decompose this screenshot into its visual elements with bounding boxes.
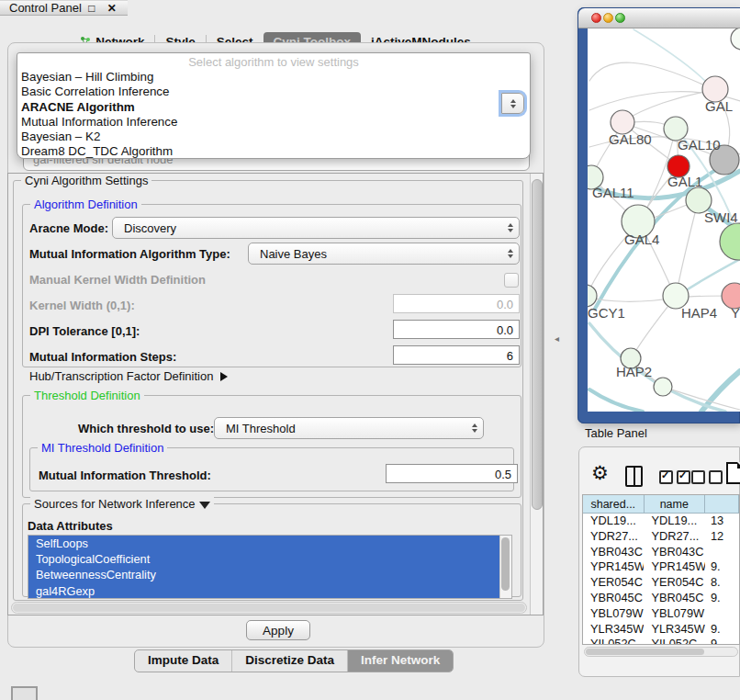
minimize-button[interactable] [603, 13, 613, 23]
network-node-label: GAL1 [667, 174, 702, 189]
network-node-label: GAL4 [624, 231, 659, 247]
node-table: shared... name YDL19... YDL19... 13 YDR2… [582, 494, 740, 645]
mi-type-select[interactable]: Naive Bayes [248, 243, 520, 265]
network-edge [589, 390, 643, 412]
stepper-icon [502, 249, 519, 258]
table-row[interactable]: YBL079W YBL079W [583, 606, 739, 622]
aracne-mode-select[interactable]: Discovery [112, 217, 520, 239]
network-edge [589, 62, 714, 90]
zoom-button[interactable] [615, 13, 625, 23]
network-node-label: HAP2 [616, 364, 652, 379]
algorithm-dropdown-list: Select algorithm to view settings Bayesi… [17, 52, 531, 159]
settings-gear-icon[interactable]: ⚙ [591, 462, 609, 484]
table-row[interactable]: YIL052C YIL052C 9 [583, 637, 739, 645]
dpi-tolerance-label: DPI Tolerance [0,1]: [29, 324, 140, 338]
columns-icon[interactable] [625, 466, 643, 487]
network-node[interactable] [588, 285, 597, 307]
attribute-item[interactable]: gal4RGexp [28, 583, 511, 599]
column-name[interactable]: name [645, 495, 706, 514]
network-edge [633, 29, 714, 90]
which-threshold-select[interactable]: MI Threshold [214, 417, 484, 439]
network-canvas[interactable]: GALGAL80GAL10GAL1GAL11SWI4GAL4GCY1HAP4YH… [588, 28, 740, 412]
network-node[interactable] [654, 378, 672, 396]
network-node-label: Y [731, 305, 740, 321]
table-horizontal-scrollbar[interactable] [584, 647, 738, 657]
algorithm-option[interactable]: ARACNE Algorithm [17, 100, 530, 115]
network-node[interactable] [720, 223, 740, 260]
tab-discretize-data[interactable]: Discretize Data [232, 650, 348, 672]
mi-threshold-field[interactable]: 0.5 [386, 464, 518, 483]
settings-horizontal-scrollbar[interactable] [11, 602, 527, 614]
algorithm-option[interactable]: Bayesian – Hill Climbing [17, 70, 530, 85]
stepper-icon [466, 423, 483, 433]
data-attributes-list: SelfLoops TopologicalCoefficient Between… [28, 535, 512, 599]
tab-impute-data[interactable]: Impute Data [135, 650, 232, 672]
hub-definition-expander[interactable]: Hub/Transcription Factor Definition [29, 369, 228, 383]
table-row[interactable]: YDL19... YDL19... 13 [583, 514, 739, 529]
table-header: shared... name [583, 495, 739, 514]
minimized-panel-icon[interactable] [11, 686, 38, 700]
attribute-item[interactable]: SelfLoops [28, 536, 511, 551]
mi-steps-label: Mutual Information Steps: [29, 350, 176, 364]
network-node-label: GAL11 [592, 185, 634, 200]
manual-kernel-checkbox[interactable] [504, 273, 519, 288]
attribute-item[interactable]: BetweennessCentrality [28, 567, 511, 582]
network-node-label: HAP4 [681, 305, 717, 321]
column-shared-name[interactable]: shared... [583, 495, 645, 514]
network-edge [589, 323, 725, 412]
column-extra[interactable] [705, 495, 739, 514]
control-panel-titlebar: Control Panel □ ✕ [0, 0, 128, 16]
network-edge [623, 90, 714, 121]
apply-button[interactable]: Apply [246, 620, 310, 640]
stepper-icon [502, 223, 519, 232]
algorithm-option[interactable]: Dream8 DC_TDC Algorithm [17, 144, 530, 159]
background-combo-stepper[interactable] [501, 93, 524, 114]
kernel-width-label: Kernel Width (0,1): [29, 299, 135, 312]
mi-type-label: Mutual Information Algorithm Type: [29, 247, 230, 261]
attribute-item[interactable]: TopologicalCoefficient [28, 551, 511, 567]
manual-kernel-label: Manual Kernel Width Definition [29, 273, 206, 287]
network-node-label: GAL80 [609, 131, 652, 147]
which-threshold-label: Which threshold to use: [78, 422, 214, 435]
algorithm-placeholder: Select algorithm to view settings [17, 53, 530, 70]
aracne-mode-label: Aracne Mode: [29, 221, 108, 235]
settings-vertical-scrollbar[interactable] [530, 174, 543, 615]
control-panel-title: Control Panel [9, 1, 82, 15]
mi-threshold-label: Mutual Information Threshold: [39, 469, 211, 482]
algorithm-option[interactable]: Mutual Information Inference [17, 115, 530, 130]
network-node-label: GCY1 [588, 305, 625, 321]
close-icon[interactable]: ✕ [102, 2, 122, 15]
table-row[interactable]: YDR27... YDR27... 12 [583, 529, 739, 545]
deselect-all-icon[interactable] [691, 470, 723, 484]
algorithm-option[interactable]: Bayesian – K2 [17, 130, 530, 144]
data-attributes-label: Data Attributes [28, 519, 113, 533]
close-button[interactable] [591, 13, 601, 23]
dpi-tolerance-field[interactable]: 0.0 [393, 320, 520, 339]
attributes-scrollbar[interactable] [499, 536, 511, 598]
table-body: YDL19... YDL19... 13 YDR27... YDR27... 1… [583, 514, 739, 645]
network-window-titlebar[interactable] [578, 8, 740, 28]
mi-steps-field[interactable]: 6 [393, 345, 520, 365]
table-panel-title: Table Panel [585, 426, 647, 440]
sources-title: Sources for Network Inference [34, 497, 196, 511]
table-row[interactable]: YER054C YER054C 8. [583, 575, 739, 591]
network-edge [663, 387, 740, 410]
network-node[interactable] [731, 28, 740, 50]
tab-infer-network[interactable]: Infer Network [348, 650, 453, 672]
network-node-label: SWI4 [704, 209, 738, 225]
collapse-down-icon[interactable] [199, 502, 210, 509]
table-row[interactable]: YPR145W YPR145W 9. [583, 559, 739, 575]
select-all-icon[interactable] [659, 470, 690, 484]
float-icon[interactable]: □ [82, 2, 102, 15]
kernel-width-field[interactable]: 0.0 [393, 294, 520, 313]
document-icon[interactable] [726, 462, 740, 484]
network-node-label: GAL10 [678, 137, 721, 152]
bottom-tabbar: Impute Data Discretize Data Infer Networ… [134, 649, 454, 672]
table-row[interactable]: YLR345W YLR345W 9. [583, 622, 739, 638]
network-graph: GALGAL80GAL10GAL1GAL11SWI4GAL4GCY1HAP4YH… [588, 28, 740, 412]
expand-right-icon [220, 372, 228, 381]
algorithm-option[interactable]: Basic Correlation Inference [17, 85, 530, 99]
table-row[interactable]: YBR043C YBR043C [583, 545, 739, 560]
table-row[interactable]: YBR045C YBR045C 9. [583, 591, 739, 606]
splitter-handle[interactable]: ◂ [555, 333, 559, 344]
